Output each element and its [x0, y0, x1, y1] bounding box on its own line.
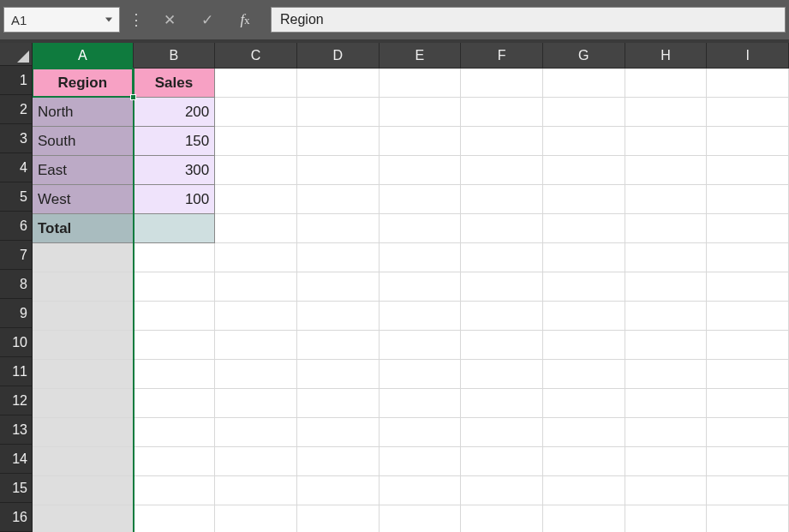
cell-G12[interactable]	[543, 389, 625, 418]
cell-E14[interactable]	[380, 447, 462, 476]
column-header-C[interactable]: C	[215, 43, 297, 69]
cell-A7[interactable]	[33, 243, 134, 272]
cell-H9[interactable]	[625, 302, 708, 331]
cell-D11[interactable]	[297, 360, 380, 389]
cell-E3[interactable]	[380, 127, 462, 156]
formula-input[interactable]: Region	[271, 7, 786, 33]
row-header-8[interactable]: 8	[0, 270, 33, 299]
cell-A3[interactable]: South	[33, 127, 134, 156]
cell-H15[interactable]	[625, 476, 708, 505]
cell-I6[interactable]	[707, 214, 789, 243]
cell-H3[interactable]	[625, 127, 708, 156]
cell-G6[interactable]	[543, 214, 625, 243]
row-header-3[interactable]: 3	[0, 124, 33, 153]
cell-D10[interactable]	[297, 331, 380, 360]
cell-C10[interactable]	[215, 331, 297, 360]
column-header-I[interactable]: I	[707, 43, 789, 69]
cell-C3[interactable]	[215, 127, 297, 156]
cell-I1[interactable]	[707, 69, 789, 98]
cell-B6[interactable]	[134, 214, 216, 243]
cell-D9[interactable]	[297, 302, 380, 331]
cell-A2[interactable]: North	[33, 98, 134, 127]
row-header-15[interactable]: 15	[0, 474, 33, 503]
cell-A8[interactable]	[33, 272, 134, 302]
cell-B11[interactable]	[134, 360, 216, 389]
cell-I14[interactable]	[707, 447, 789, 476]
cell-F4[interactable]	[461, 156, 543, 185]
cell-B10[interactable]	[134, 331, 216, 360]
cell-A4[interactable]: East	[33, 156, 134, 185]
column-header-B[interactable]: B	[134, 43, 216, 69]
column-header-G[interactable]: G	[543, 43, 625, 69]
cell-D8[interactable]	[297, 272, 380, 302]
cell-H11[interactable]	[625, 360, 708, 389]
cell-G5[interactable]	[543, 185, 625, 214]
cell-F15[interactable]	[461, 476, 543, 505]
cell-C5[interactable]	[215, 185, 297, 214]
chevron-down-icon[interactable]	[105, 18, 112, 22]
cell-F2[interactable]	[461, 98, 543, 127]
cell-B13[interactable]	[134, 418, 216, 447]
cell-H8[interactable]	[625, 272, 708, 302]
cell-B3[interactable]: 150	[134, 127, 216, 156]
cell-E4[interactable]	[380, 156, 462, 185]
cell-C13[interactable]	[215, 418, 297, 447]
cell-E5[interactable]	[380, 185, 462, 214]
cell-F5[interactable]	[461, 185, 543, 214]
cell-E1[interactable]	[380, 69, 462, 98]
cell-G10[interactable]	[543, 331, 625, 360]
cell-D12[interactable]	[297, 389, 380, 418]
cell-E16[interactable]	[380, 505, 462, 532]
cell-C14[interactable]	[215, 447, 297, 476]
cell-H5[interactable]	[625, 185, 708, 214]
cell-C16[interactable]	[215, 505, 297, 532]
cell-B1[interactable]: Sales	[134, 69, 216, 98]
cell-I4[interactable]	[707, 156, 789, 185]
cell-G14[interactable]	[543, 447, 625, 476]
cell-A16[interactable]	[33, 505, 134, 532]
cell-F1[interactable]	[461, 69, 543, 98]
cell-A12[interactable]	[33, 389, 134, 418]
cell-C8[interactable]	[215, 272, 297, 302]
cell-C11[interactable]	[215, 360, 297, 389]
row-header-10[interactable]: 10	[0, 328, 33, 357]
row-header-11[interactable]: 11	[0, 357, 33, 386]
cell-B12[interactable]	[134, 389, 216, 418]
cell-G15[interactable]	[543, 476, 625, 505]
cell-B7[interactable]	[134, 243, 216, 272]
row-header-2[interactable]: 2	[0, 95, 33, 124]
cell-I8[interactable]	[707, 272, 789, 302]
cell-B9[interactable]	[134, 302, 216, 331]
cell-E12[interactable]	[380, 389, 462, 418]
cell-H4[interactable]	[625, 156, 708, 185]
cell-E2[interactable]	[380, 98, 462, 127]
insert-function-button[interactable]: fx	[228, 7, 262, 33]
cell-A1[interactable]: Region	[33, 69, 134, 98]
column-header-D[interactable]: D	[297, 43, 380, 69]
cell-D3[interactable]	[297, 127, 380, 156]
cell-F3[interactable]	[461, 127, 543, 156]
cell-C12[interactable]	[215, 389, 297, 418]
cell-A9[interactable]	[33, 302, 134, 331]
row-header-12[interactable]: 12	[0, 386, 33, 415]
cell-H2[interactable]	[625, 98, 708, 127]
cell-D16[interactable]	[297, 505, 380, 532]
cell-H6[interactable]	[625, 214, 708, 243]
cell-F16[interactable]	[461, 505, 543, 532]
cell-F11[interactable]	[461, 360, 543, 389]
cell-H10[interactable]	[625, 331, 708, 360]
cell-I2[interactable]	[707, 98, 789, 127]
cell-A6[interactable]: Total	[33, 214, 134, 243]
cells-area[interactable]: RegionSalesNorth200South150East300West10…	[33, 69, 789, 532]
cell-F6[interactable]	[461, 214, 543, 243]
cell-E7[interactable]	[380, 243, 462, 272]
cell-F12[interactable]	[461, 389, 543, 418]
cell-B4[interactable]: 300	[134, 156, 216, 185]
row-header-16[interactable]: 16	[0, 503, 33, 532]
cell-H14[interactable]	[625, 447, 708, 476]
cell-G13[interactable]	[543, 418, 625, 447]
cell-C4[interactable]	[215, 156, 297, 185]
cell-I16[interactable]	[707, 505, 789, 532]
cell-C9[interactable]	[215, 302, 297, 331]
row-header-7[interactable]: 7	[0, 241, 33, 270]
